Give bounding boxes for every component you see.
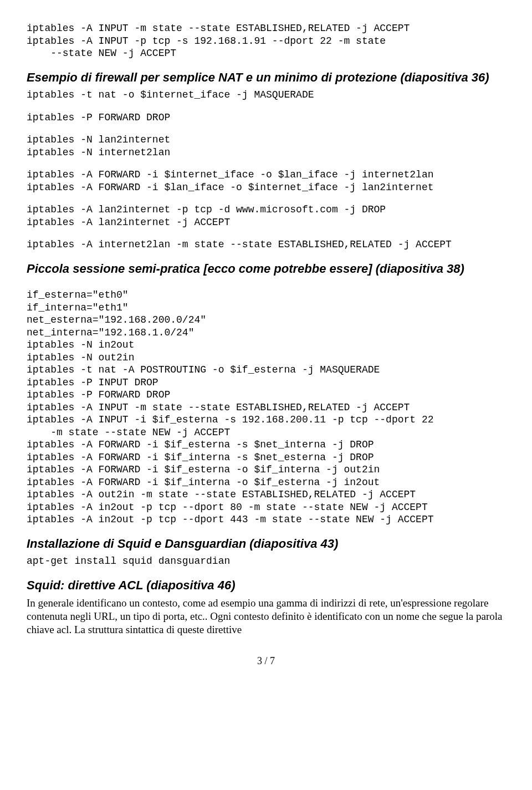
heading-firewall-nat: Esempio di firewall per semplice NAT e u… bbox=[27, 70, 505, 86]
code-block-2e: iptables -A lan2internet -p tcp -d www.m… bbox=[27, 203, 505, 228]
heading-squid-acl: Squid: direttive ACL (diapositiva 46) bbox=[27, 578, 505, 594]
code-block-2c: iptables -N lan2internet iptables -N int… bbox=[27, 134, 505, 159]
code-block-2f: iptables -A internet2lan -m state --stat… bbox=[27, 238, 505, 251]
code-block-3: if_esterna="eth0" if_interna="eth1" net_… bbox=[27, 289, 505, 526]
heading-sessione-pratica: Piccola sessione semi-pratica [ecco come… bbox=[27, 261, 505, 277]
body-paragraph: In generale identificano un contesto, co… bbox=[27, 597, 505, 636]
code-block-1: iptables -A INPUT -m state --state ESTAB… bbox=[27, 22, 505, 60]
page-number: 3 / 7 bbox=[27, 655, 505, 667]
code-block-2b: iptables -P FORWARD DROP bbox=[27, 111, 505, 124]
spacer bbox=[27, 280, 505, 289]
code-block-2a: iptables -t nat -o $internet_iface -j MA… bbox=[27, 89, 505, 101]
code-block-2d: iptables -A FORWARD -i $internet_iface -… bbox=[27, 169, 505, 193]
heading-install-squid: Installazione di Squid e Dansguardian (d… bbox=[27, 536, 505, 552]
code-block-4: apt-get install squid dansguardian bbox=[27, 555, 505, 568]
